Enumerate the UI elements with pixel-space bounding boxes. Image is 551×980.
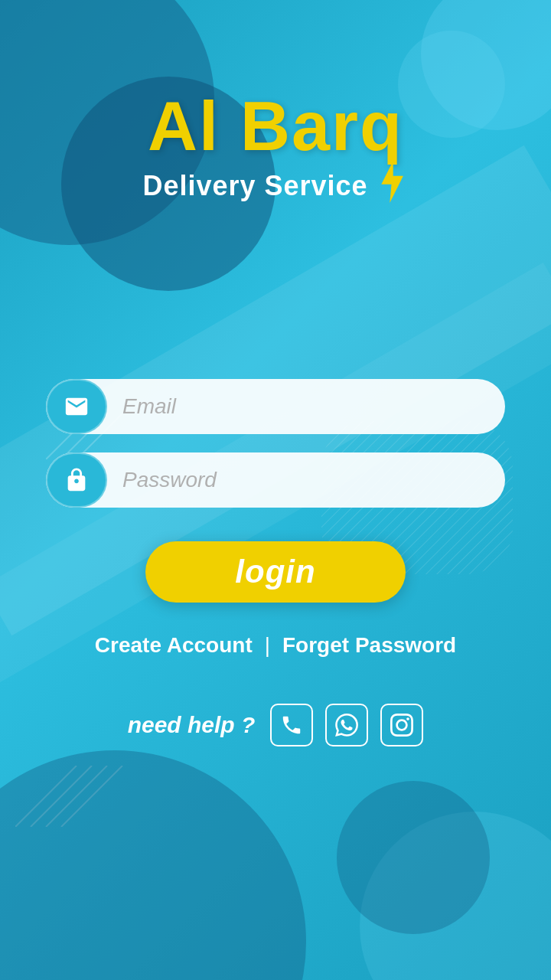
help-section: need help ? (128, 704, 424, 746)
links-section: Create Account | Forget Password (95, 633, 456, 658)
email-input[interactable] (46, 379, 505, 434)
app-subtitle: Delivery Service (142, 161, 408, 211)
logo-section: Al Barq Delivery Service (142, 92, 408, 211)
lightning-icon (374, 161, 409, 211)
phone-icon (280, 714, 303, 737)
help-label: need help ? (128, 712, 256, 738)
password-icon-bg (46, 452, 107, 508)
instagram-icon (390, 714, 413, 737)
password-input[interactable] (46, 452, 505, 508)
whatsapp-icon (335, 714, 358, 737)
links-divider: | (265, 633, 270, 658)
svg-marker-9 (381, 161, 403, 203)
social-icons (270, 704, 423, 746)
main-content: Al Barq Delivery Service (0, 0, 551, 980)
phone-icon-button[interactable] (270, 704, 313, 746)
lock-icon (64, 467, 90, 493)
instagram-icon-button[interactable] (380, 704, 423, 746)
email-wrapper (46, 379, 505, 434)
form-section: login (0, 379, 551, 603)
app-subtitle-text: Delivery Service (142, 170, 367, 202)
password-wrapper (46, 452, 505, 508)
create-account-link[interactable]: Create Account (95, 633, 253, 658)
login-button[interactable]: login (145, 541, 406, 603)
whatsapp-icon-button[interactable] (325, 704, 368, 746)
forget-password-link[interactable]: Forget Password (282, 633, 456, 658)
app-title-text: Al Barq (148, 92, 403, 161)
email-icon-bg (46, 379, 107, 434)
email-icon (64, 394, 90, 420)
app-title: Al Barq (142, 92, 408, 161)
